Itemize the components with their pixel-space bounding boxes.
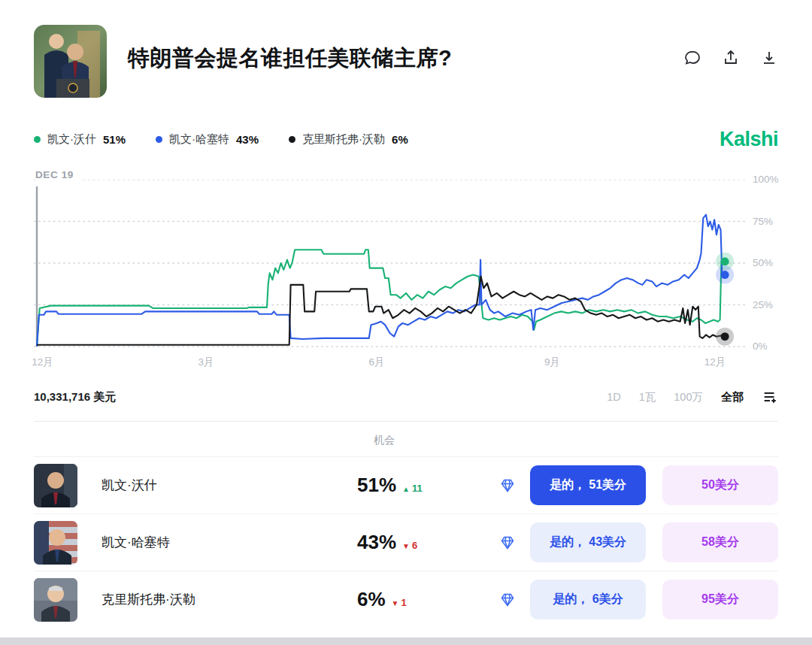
gem-cell: [500, 478, 530, 493]
change-triangle-icon: ▼: [392, 599, 399, 607]
volume-value: 10,331,716 美元: [34, 390, 116, 404]
table-header: 机会: [34, 422, 778, 456]
y-tick-label: 50%: [753, 257, 773, 268]
no-button[interactable]: 95美分: [662, 580, 778, 619]
x-tick-label: 12月: [704, 356, 726, 369]
outcome-row-warsh[interactable]: 凯文·沃什 51% ▲ 11 是的， 51美分 50美分: [34, 456, 778, 513]
legend-value: 43%: [236, 133, 259, 146]
change-triangle-icon: ▲: [402, 485, 410, 493]
kalshi-logo[interactable]: Kalshi: [720, 128, 778, 151]
probability-block: 6% ▼ 1: [357, 588, 500, 611]
page-title: 特朗普会提名谁担任美联储主席?: [128, 44, 452, 74]
range-selector: 1D 1瓦 100万 全部: [607, 389, 778, 405]
x-tick-label: 12月: [32, 356, 53, 369]
change-value: 6: [412, 540, 417, 551]
x-tick-label: 6月: [368, 356, 384, 369]
y-tick-label: 25%: [753, 299, 773, 310]
x-tick-label: 3月: [198, 356, 214, 369]
column-header-chance: 机会: [374, 434, 395, 447]
legend-item-waller[interactable]: 克里斯托弗·沃勒 6%: [289, 132, 408, 147]
range-1w[interactable]: 1瓦: [639, 390, 656, 404]
comment-icon[interactable]: [683, 49, 701, 67]
legend-value: 51%: [103, 133, 126, 146]
legend-item-warsh[interactable]: 凯文·沃什 51%: [34, 132, 126, 147]
diamond-icon[interactable]: [500, 592, 515, 607]
y-tick-label: 100%: [753, 174, 779, 185]
probability-value: 51%: [357, 474, 396, 497]
yes-button[interactable]: 是的， 51美分: [530, 465, 646, 505]
range-1d[interactable]: 1D: [607, 391, 621, 403]
legend-dot-black: [289, 136, 295, 143]
header-actions: [683, 49, 778, 67]
change-value: 11: [412, 483, 423, 494]
chart-legend: 凯文·沃什 51% 凯文·哈塞特 43% 克里斯托弗·沃勒 6%: [34, 132, 408, 147]
download-icon[interactable]: [760, 49, 778, 67]
legend-row: 凯文·沃什 51% 凯文·哈塞特 43% 克里斯托弗·沃勒 6% Kalshi: [34, 128, 778, 151]
diamond-icon[interactable]: [500, 535, 515, 550]
probability-change: ▼ 1: [392, 597, 407, 608]
legend-item-hassett[interactable]: 凯文·哈塞特 43%: [156, 132, 259, 147]
probability-block: 43% ▼ 6: [357, 531, 500, 554]
price-chart[interactable]: DEC 19 100%75%50%25%0% 12月3月6月9月12月: [34, 172, 778, 372]
probability-value: 43%: [357, 531, 396, 554]
range-all[interactable]: 全部: [721, 390, 744, 404]
list-plus-icon[interactable]: [762, 389, 778, 405]
probability-change: ▼ 6: [402, 540, 417, 551]
chart-annotation: DEC 19: [35, 169, 80, 180]
probability-block: 51% ▲ 11: [357, 474, 500, 497]
no-button[interactable]: 50美分: [662, 465, 778, 505]
legend-label: 凯文·沃什: [47, 132, 96, 147]
yes-button[interactable]: 是的， 6美分: [530, 580, 646, 619]
volume-bar: 10,331,716 美元 1D 1瓦 100万 全部: [34, 389, 778, 405]
legend-dot-green: [34, 136, 41, 143]
avatar: [34, 464, 77, 507]
yes-button[interactable]: 是的， 43美分: [530, 522, 646, 562]
market-page: 特朗普会提名谁担任美联储主席? 凯文·沃什 51% 凯文·哈塞特 43: [0, 0, 812, 645]
range-1m[interactable]: 100万: [674, 390, 703, 404]
outcome-row-hassett[interactable]: 凯文·哈塞特 43% ▼ 6 是的， 43美分 58美分: [34, 513, 778, 571]
gem-cell: [500, 592, 530, 607]
gem-cell: [500, 535, 530, 550]
legend-dot-blue: [156, 136, 162, 143]
legend-label: 凯文·哈塞特: [169, 132, 229, 147]
price-chart-svg[interactable]: [34, 180, 747, 348]
probability-change: ▲ 11: [402, 483, 423, 494]
probability-value: 6%: [357, 588, 386, 611]
legend-value: 6%: [392, 133, 408, 146]
diamond-icon[interactable]: [500, 478, 515, 493]
thumbnail-art: [34, 25, 107, 98]
legend-label: 克里斯托弗·沃勒: [302, 132, 385, 147]
market-thumbnail: [34, 25, 107, 98]
outcome-name: 克里斯托弗·沃勒: [102, 591, 357, 608]
outcome-name: 凯文·哈塞特: [102, 534, 357, 551]
x-tick-label: 9月: [544, 356, 560, 369]
share-icon[interactable]: [722, 49, 740, 67]
y-tick-label: 75%: [753, 216, 773, 227]
change-value: 1: [401, 597, 406, 608]
outcome-name: 凯文·沃什: [102, 477, 357, 494]
y-tick-label: 0%: [753, 341, 768, 352]
avatar: [34, 578, 77, 622]
bottom-strip: [0, 637, 812, 645]
change-triangle-icon: ▼: [402, 542, 410, 550]
no-button[interactable]: 58美分: [662, 522, 778, 562]
avatar: [34, 521, 77, 565]
outcome-row-waller[interactable]: 克里斯托弗·沃勒 6% ▼ 1 是的， 6美分 95美分: [34, 571, 778, 628]
header: 特朗普会提名谁担任美联储主席?: [34, 0, 778, 98]
